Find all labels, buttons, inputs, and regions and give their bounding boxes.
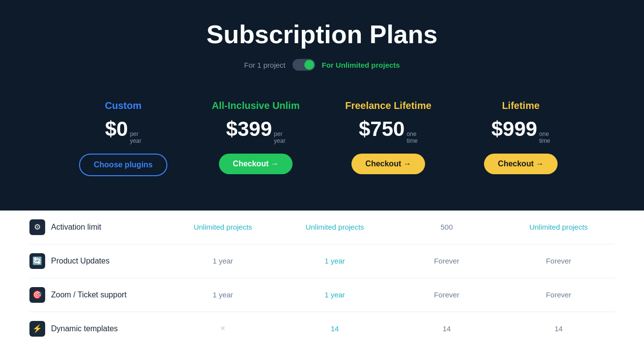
checkout-button-lifetime[interactable]: Checkout → xyxy=(484,154,557,174)
feature-value: 14 xyxy=(279,324,391,333)
feature-row: 🔄Product Updates1 year1 yearForeverForev… xyxy=(29,244,615,278)
plan-name-lifetime: Lifetime xyxy=(459,100,582,111)
plan-column-all-inclusive: All-Inclusive Unlim $399 peryear Checkou… xyxy=(189,90,322,186)
feature-label: 🔄Product Updates xyxy=(29,253,167,269)
feature-value: 1 year xyxy=(167,257,279,265)
feature-value: Forever xyxy=(503,257,615,265)
plan-column-freelance: Freelance Lifetime $750 onetime Checkout… xyxy=(322,90,455,186)
plan-name-custom: Custom xyxy=(62,100,185,111)
toggle-label-right: For Unlimited projects xyxy=(322,61,400,69)
feature-value: Unlimited projects xyxy=(503,223,615,231)
feature-value: 14 xyxy=(391,324,503,333)
price-amount-freelance: $750 xyxy=(359,117,404,141)
plan-column-custom: Custom $0 peryear Choose plugins xyxy=(57,90,189,186)
checkout-button-custom[interactable]: Choose plugins xyxy=(79,154,167,176)
plan-price-freelance: $750 onetime xyxy=(327,117,450,145)
plan-column-lifetime: Lifetime $999 onetime Checkout → xyxy=(455,90,587,186)
feature-value: 1 year xyxy=(167,291,279,299)
feature-value: × xyxy=(167,323,279,334)
price-amount-all-inclusive: $399 xyxy=(226,117,272,141)
feature-icon: 🎯 xyxy=(29,287,45,303)
checkout-button-freelance[interactable]: Checkout → xyxy=(351,154,425,174)
feature-row: ⚡Dynamic templates×141414 xyxy=(29,312,615,344)
plan-price-custom: $0 peryear xyxy=(62,117,185,145)
plans-grid: Custom $0 peryear Choose plugins All-Inc… xyxy=(27,90,617,186)
feature-label-text: Activation limit xyxy=(51,223,101,232)
price-amount-lifetime: $999 xyxy=(491,117,537,141)
feature-value: 1 year xyxy=(279,291,391,299)
price-suffix-custom: peryear xyxy=(130,131,141,145)
plan-price-lifetime: $999 onetime xyxy=(459,117,582,145)
feature-row: 🎯Zoom / Ticket support1 year1 yearForeve… xyxy=(29,278,615,312)
feature-label: ⚡Dynamic templates xyxy=(29,321,167,337)
plan-name-all-inclusive: All-Inclusive Unlim xyxy=(194,100,317,111)
feature-icon: 🔄 xyxy=(29,253,45,269)
feature-value: Forever xyxy=(503,291,615,299)
feature-value: Forever xyxy=(391,291,503,299)
price-suffix-all-inclusive: peryear xyxy=(274,131,285,145)
feature-value: 1 year xyxy=(279,257,391,265)
feature-label-text: Dynamic templates xyxy=(51,324,118,333)
feature-label-text: Zoom / Ticket support xyxy=(51,291,127,299)
feature-value: 14 xyxy=(503,324,615,333)
plan-name-freelance: Freelance Lifetime xyxy=(327,100,450,111)
toggle-label-left: For 1 project xyxy=(244,61,285,69)
price-amount-custom: $0 xyxy=(105,117,128,141)
feature-row: ⚙Activation limitUnlimited projectsUnlim… xyxy=(29,211,615,244)
plan-price-all-inclusive: $399 peryear xyxy=(194,117,317,145)
feature-label-text: Product Updates xyxy=(51,257,109,265)
feature-icon: ⚙ xyxy=(29,219,45,235)
feature-value: 500 xyxy=(391,223,503,231)
feature-value: Unlimited projects xyxy=(167,223,279,231)
price-suffix-lifetime: onetime xyxy=(539,131,550,145)
billing-toggle-row: For 1 project For Unlimited projects xyxy=(10,59,634,71)
feature-value: Unlimited projects xyxy=(279,223,391,231)
feature-label: ⚙Activation limit xyxy=(29,219,167,235)
page-title: Subscription Plans xyxy=(10,20,634,49)
billing-toggle[interactable] xyxy=(293,59,315,71)
feature-value: Forever xyxy=(391,257,503,265)
feature-label: 🎯Zoom / Ticket support xyxy=(29,287,167,303)
checkout-button-all-inclusive[interactable]: Checkout → xyxy=(219,154,292,174)
feature-icon: ⚡ xyxy=(29,321,45,337)
features-section: ⚙Activation limitUnlimited projectsUnlim… xyxy=(0,211,644,344)
price-suffix-freelance: onetime xyxy=(406,131,418,145)
